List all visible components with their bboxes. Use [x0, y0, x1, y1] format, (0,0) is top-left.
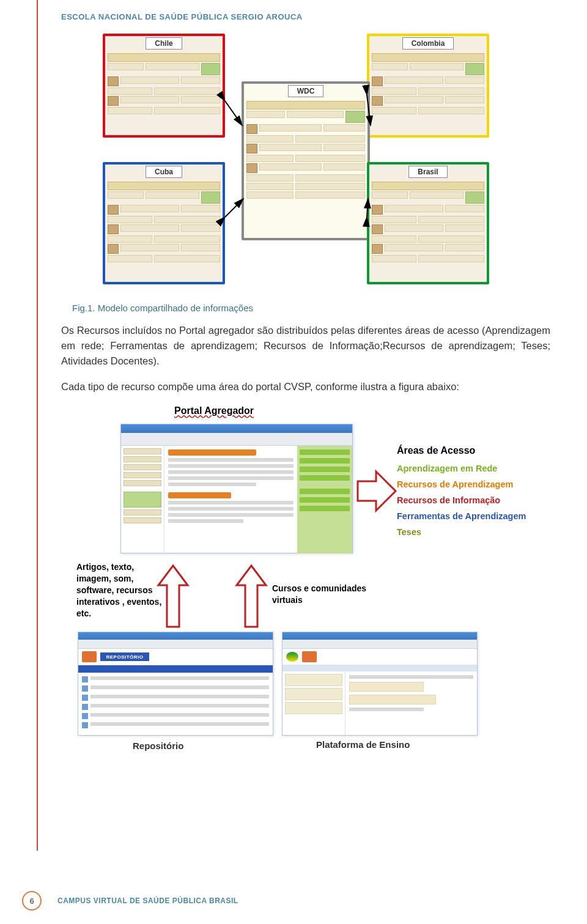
portal-agregador-label: Portal Agregador: [174, 405, 254, 416]
repo-badge: REPOSITÓRIO: [100, 652, 149, 661]
plataforma-label: Plataforma de Ensino: [316, 739, 410, 750]
area-recursos-aprendizagem: Recursos de Aprendizagem: [397, 479, 539, 489]
node-wdc: WDC: [242, 81, 370, 240]
area-ferramentas: Ferramentas de Aprendizagem: [397, 511, 539, 521]
figure-2-diagram: Portal Agregador: [70, 405, 541, 760]
node-chile: Chile: [103, 34, 225, 138]
arrow-up-icon: [234, 563, 268, 630]
svg-line-2: [225, 199, 243, 217]
body-paragraph-1: Os Recursos incluídos no Portal agregado…: [61, 323, 550, 368]
artigos-caption: Artigos, texto, imagem, som, software, r…: [76, 561, 162, 619]
node-label: Cuba: [146, 166, 182, 178]
node-colombia: Colombia: [367, 34, 489, 138]
arrow-right-icon: [355, 467, 398, 516]
area-teses: Teses: [397, 527, 539, 537]
repositorio-thumbnail: REPOSITÓRIO: [78, 632, 273, 736]
figure-1-diagram: Chile Colombia WDC: [86, 34, 526, 290]
area-aprendizagem-rede: Aprendizagem em Rede: [397, 464, 539, 473]
body-paragraph-2: Cada tipo de recurso compõe uma área do …: [61, 379, 550, 394]
svg-line-0: [225, 101, 242, 125]
footer-text: CAMPUS VIRTUAL DE SAÚDE PÚBLICA BRASIL: [57, 896, 238, 905]
cursos-caption: Cursos e comunidades virtuais: [272, 583, 388, 606]
plataforma-thumbnail: [282, 632, 478, 736]
left-margin-rule: [37, 0, 38, 851]
page-number: 6: [22, 891, 42, 911]
running-header: ESCOLA NACIONAL DE SAÚDE PÚBLICA SERGIO …: [61, 12, 550, 21]
node-brasil: Brasil: [367, 162, 489, 284]
figure-1-caption: Fig.1. Modelo compartilhado de informaçõ…: [72, 303, 550, 313]
area-recursos-informacao: Recursos de Informação: [397, 495, 539, 505]
node-label: WDC: [288, 85, 324, 97]
areas-de-acesso: Áreas de Acesso Aprendizagem em Rede Rec…: [397, 445, 539, 543]
portal-thumbnail: [120, 424, 353, 553]
repositorio-label: Repositório: [133, 741, 183, 751]
arrow-up-icon: [156, 563, 190, 630]
node-label: Chile: [146, 37, 182, 50]
node-label: Colombia: [402, 37, 454, 50]
areas-title: Áreas de Acesso: [397, 445, 539, 456]
node-label: Brasil: [408, 166, 447, 178]
document-page: ESCOLA NACIONAL DE SAÚDE PÚBLICA SERGIO …: [0, 0, 587, 924]
node-cuba: Cuba: [103, 162, 225, 284]
page-footer: 6 CAMPUS VIRTUAL DE SAÚDE PÚBLICA BRASIL: [0, 891, 587, 911]
